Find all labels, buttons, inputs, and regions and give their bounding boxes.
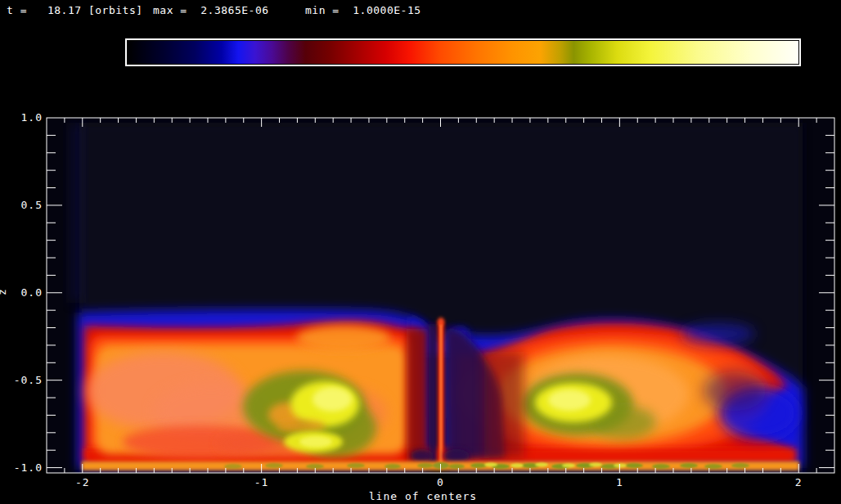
bottom-speckle — [347, 463, 365, 468]
bottom-speckle-yellow — [589, 463, 602, 467]
bottom-speckle — [731, 463, 749, 468]
center-spike-core — [439, 324, 443, 463]
bottom-speckle-yellow — [484, 463, 497, 467]
bottom-indigo-blob-right — [443, 449, 470, 462]
x-tick-label: 0 — [416, 476, 465, 488]
bottom-speckle — [625, 463, 643, 468]
purple-mottle-right — [704, 371, 766, 411]
spike-top-dot — [438, 317, 443, 326]
heatmap-image — [47, 118, 834, 473]
orange-top-bulge — [296, 325, 391, 351]
bottom-speckle — [417, 463, 434, 468]
bottom-speckle-yellow — [510, 464, 524, 468]
x-axis-title: line of centers — [369, 490, 477, 502]
x-tick-label: 2 — [774, 476, 823, 488]
bottom-speckle-yellow — [614, 464, 627, 468]
bottom-speckle — [448, 464, 465, 469]
blue-tongue-upper-right — [681, 323, 755, 344]
bottom-indigo-blob-left — [411, 449, 434, 462]
bottom-speckle — [470, 463, 487, 468]
y-axis-title: z — [0, 289, 8, 295]
bottom-speckle — [652, 464, 670, 469]
y-tick-label: -0.5 — [3, 374, 43, 386]
idl-visualization-window: t = 18.17 [orbits] max = 2.3865E-06 min … — [0, 0, 841, 504]
y-tick-label: -1.0 — [3, 461, 43, 474]
y-tick-label: 1.0 — [3, 111, 43, 124]
x-tick-label: 1 — [595, 476, 644, 488]
x-tick-label: -2 — [58, 476, 107, 488]
bottom-speckle-yellow — [562, 464, 575, 468]
heatmap-plot — [0, 0, 841, 504]
yellow-core-right — [548, 389, 591, 411]
bottom-speckle — [680, 463, 698, 468]
orange-gap-left — [277, 420, 326, 433]
x-tick-label: -1 — [237, 476, 286, 488]
bottom-speckle-yellow — [535, 463, 548, 467]
bottom-speckle — [224, 464, 242, 469]
yellow-core-left-lower — [299, 436, 332, 448]
bottom-speckle — [265, 463, 283, 468]
crimson-band-left-of-spike — [407, 329, 428, 463]
indigo-column-left — [429, 324, 438, 465]
left-navy-sliver — [70, 123, 82, 303]
crimson-mottle-right — [484, 352, 524, 458]
yellow-core-left — [313, 387, 352, 412]
bottom-speckle — [704, 464, 722, 469]
y-tick-label: 0.5 — [3, 199, 43, 211]
y-tick-label: 0.0 — [3, 286, 43, 299]
